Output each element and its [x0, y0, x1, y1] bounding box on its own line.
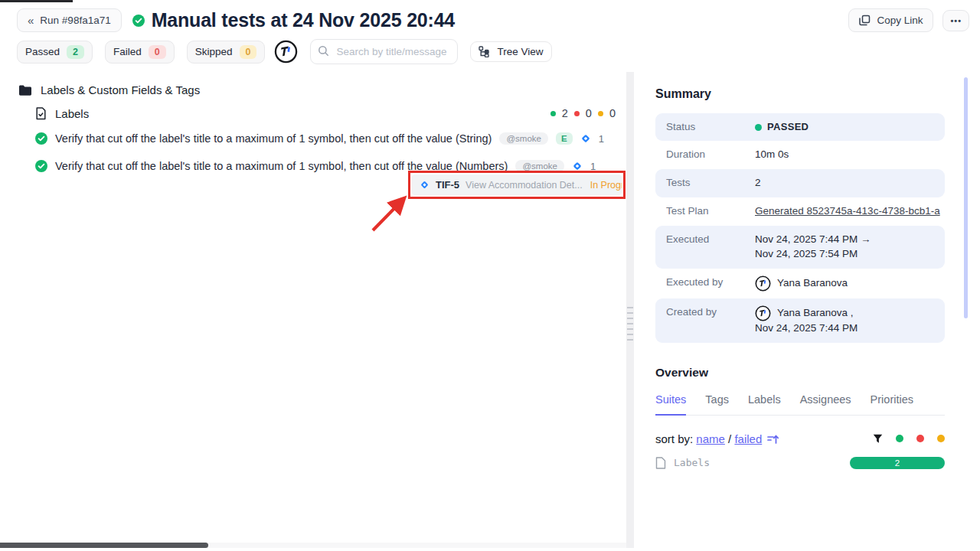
- user-avatar: [755, 305, 771, 321]
- issue-key: TIF-5: [436, 179, 459, 191]
- passed-filter-button[interactable]: Passed 2: [17, 41, 93, 64]
- sort-by-failed-link[interactable]: failed: [734, 432, 762, 445]
- file-icon: [655, 457, 666, 469]
- test-passed-icon: [35, 132, 47, 145]
- search-icon: [318, 45, 329, 57]
- executed-label: Executed: [666, 233, 755, 262]
- tab-suites[interactable]: Suites: [655, 393, 686, 416]
- tree-folder-row[interactable]: Labels & Custom Fields & Tags: [18, 83, 626, 96]
- suite-label: Labels: [55, 107, 89, 120]
- passed-filter-label: Passed: [25, 46, 60, 57]
- tree-view-button[interactable]: Tree View: [470, 41, 551, 62]
- failed-count-badge: 0: [149, 45, 166, 59]
- overview-heading: Overview: [655, 366, 945, 380]
- failed-dot-icon[interactable]: [916, 435, 924, 442]
- folder-label: Labels & Custom Fields & Tags: [41, 83, 200, 96]
- tag-badge[interactable]: @smoke: [499, 132, 548, 145]
- skipped-filter-button[interactable]: Skipped 0: [187, 41, 266, 64]
- status-legend: [873, 434, 945, 444]
- horizontal-scrollbar-track[interactable]: [0, 543, 626, 548]
- filter-funnel-icon[interactable]: [873, 434, 883, 444]
- created-by-date: Nov 24, 2025 7:44 PM: [755, 321, 937, 336]
- passed-count-bar[interactable]: 2: [850, 457, 945, 469]
- resize-grip-icon[interactable]: [627, 307, 633, 341]
- user-avatar[interactable]: [274, 40, 298, 64]
- tab-assignees[interactable]: Assignees: [800, 393, 851, 415]
- tab-tags[interactable]: Tags: [705, 393, 729, 415]
- tab-priorities[interactable]: Priorities: [871, 393, 913, 415]
- skipped-dot-icon: [598, 111, 603, 116]
- summary-table: Status PASSED Duration 10m 0s Tests 2 Te…: [655, 113, 945, 343]
- copy-link-button[interactable]: Copy Link: [848, 8, 933, 32]
- sidebar-scrollbar-thumb[interactable]: [964, 77, 968, 318]
- content: Labels & Custom Fields & Tags Labels 2 0…: [0, 72, 980, 548]
- suite-passed-count: 2: [562, 107, 568, 119]
- overview-suite-row[interactable]: Labels 2: [655, 457, 945, 469]
- tests-label: Tests: [666, 176, 755, 191]
- folder-icon: [18, 84, 32, 96]
- tests-value: 2: [755, 176, 937, 191]
- chevrons-left-icon: «: [28, 15, 34, 26]
- loading-bar: [0, 0, 73, 2]
- skipped-filter-label: Skipped: [195, 46, 233, 57]
- executed-by-label: Executed by: [666, 276, 755, 292]
- tree-view-label: Tree View: [497, 46, 543, 57]
- tree-view-icon: [479, 46, 490, 57]
- filter-bar: Passed 2 Failed 0 Skipped 0 Tree View: [0, 37, 980, 72]
- panel-resize-divider[interactable]: [626, 72, 634, 548]
- summary-row-executed: Executed Nov 24, 2025 7:44 PM → Nov 24, …: [655, 226, 945, 269]
- skipped-count-badge: 0: [240, 45, 257, 59]
- skipped-dot-icon[interactable]: [937, 435, 945, 442]
- executed-by-value: Yana Baranova: [777, 276, 848, 291]
- linked-issue-pill[interactable]: TIF-5 View Accommodation Det... In Progr…: [412, 174, 622, 195]
- sort-direction-icon[interactable]: [767, 434, 779, 445]
- test-tree: Labels & Custom Fields & Tags Labels 2 0…: [0, 72, 626, 548]
- summary-row-created-by: Created by Yana Baranova , Nov 24, 2025 …: [655, 298, 945, 343]
- suite-skipped-count: 0: [609, 107, 616, 119]
- created-by-label: Created by: [666, 305, 755, 336]
- passed-dot-icon[interactable]: [896, 435, 903, 442]
- passed-count-badge: 2: [67, 45, 84, 59]
- test-plan-link[interactable]: Generated 8523745a-413c-4738-bcb1-a: [755, 205, 940, 217]
- annotation-arrow: [366, 188, 413, 236]
- summary-heading: Summary: [655, 87, 945, 101]
- failed-filter-button[interactable]: Failed 0: [105, 41, 175, 64]
- passed-check-icon: [132, 15, 145, 27]
- issue-title: View Accommodation Det...: [466, 180, 583, 191]
- summary-row-status: Status PASSED: [655, 113, 945, 141]
- sort-by-name-link[interactable]: name: [696, 432, 725, 445]
- issue-count: 1: [599, 133, 604, 145]
- overview-tabs: Suites Tags Labels Assignees Priorities: [655, 393, 945, 416]
- created-by-value: Yana Baranova ,: [777, 306, 854, 321]
- env-badge[interactable]: E: [556, 132, 573, 145]
- copy-icon: [859, 15, 871, 26]
- sort-separator: /: [728, 432, 731, 445]
- test-row[interactable]: Verify that cut off the label's title to…: [35, 127, 616, 150]
- test-plan-label: Test Plan: [666, 204, 755, 219]
- sort-row: sort by: name / failed: [655, 432, 945, 445]
- jira-icon[interactable]: [572, 161, 583, 171]
- duration-label: Duration: [666, 148, 755, 162]
- status-label: Status: [666, 120, 755, 134]
- copy-link-label: Copy Link: [877, 15, 923, 26]
- executed-start: Nov 24, 2025 7:44 PM →: [755, 233, 937, 247]
- issue-status: In Progress: [590, 180, 622, 191]
- search-input[interactable]: [310, 39, 458, 64]
- duration-value: 10m 0s: [755, 148, 937, 162]
- summary-row-test-plan: Test Plan Generated 8523745a-413c-4738-b…: [655, 197, 945, 226]
- tab-labels[interactable]: Labels: [748, 393, 781, 415]
- summary-row-executed-by: Executed by Yana Baranova: [655, 269, 945, 298]
- jira-icon[interactable]: [580, 133, 591, 144]
- more-options-button[interactable]: •••: [942, 10, 969, 31]
- status-dot-icon: [755, 124, 762, 131]
- summary-row-duration: Duration 10m 0s: [655, 141, 945, 169]
- jira-icon: [420, 180, 430, 190]
- summary-sidebar: Summary Status PASSED Duration 10m 0s Te…: [634, 72, 980, 548]
- tree-suite-row[interactable]: Labels 2 0 0: [35, 104, 616, 122]
- test-run-page: « Run #98fa1a71 Manual tests at 24 Nov 2…: [0, 0, 980, 551]
- back-to-run-button[interactable]: « Run #98fa1a71: [17, 8, 122, 32]
- test-passed-icon: [35, 160, 47, 172]
- executed-end: Nov 24, 2025 7:54 PM: [755, 247, 937, 262]
- run-id-label: Run #98fa1a71: [40, 15, 110, 26]
- horizontal-scrollbar-thumb[interactable]: [0, 543, 208, 548]
